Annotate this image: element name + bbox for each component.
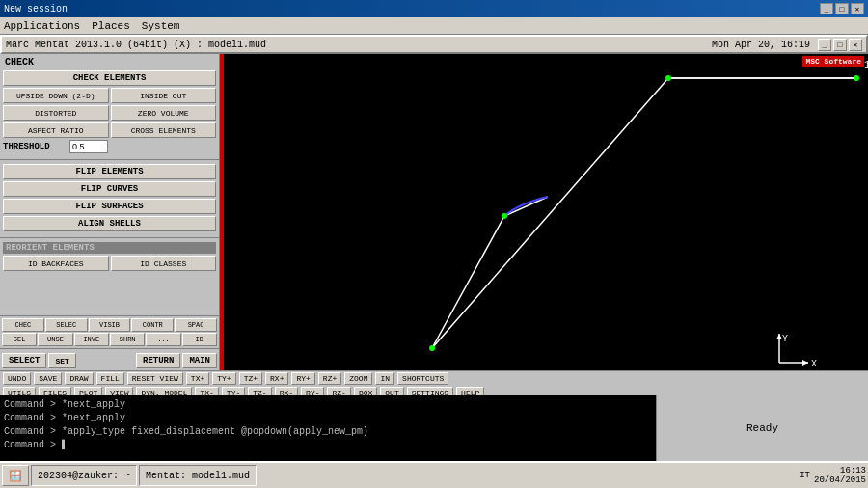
status-text: Ready <box>746 422 778 434</box>
id-classes-btn[interactable]: ID CLASSES <box>111 256 217 271</box>
align-shells-btn[interactable]: ALIGN SHELLS <box>3 216 216 231</box>
cmd-line-3: Command > *apply_type fixed_displacement… <box>4 425 652 439</box>
tb-undo[interactable]: UNDO <box>3 372 31 385</box>
start-icon: 🪟 <box>9 470 22 482</box>
viewport[interactable]: MSC Software 1 Y <box>220 54 868 370</box>
check-section: CHECK CHECK ELEMENTS UPSIDE DOWN (2-D) I… <box>0 54 219 157</box>
threshold-input[interactable] <box>69 140 108 153</box>
tool-id[interactable]: ID <box>182 333 217 346</box>
menu-places[interactable]: Places <box>92 20 130 32</box>
window-title: New session <box>4 4 68 14</box>
title-bar: New session _ □ ✕ <box>0 0 868 17</box>
reorient-header: REORIENT ELEMENTS <box>3 242 216 254</box>
taskbar: 🪟 202304@zauker: ~ Mentat: model1.mud IT… <box>0 461 868 488</box>
reorient-section: REORIENT ELEMENTS ID BACKFACES ID CLASSE… <box>0 240 219 275</box>
start-button[interactable]: 🪟 <box>2 465 29 486</box>
taskbar-lang: IT <box>800 471 810 480</box>
tb-rz-plus[interactable]: RZ+ <box>318 372 341 385</box>
minimize-btn[interactable]: _ <box>820 3 833 14</box>
maximize-btn[interactable]: □ <box>835 3 849 14</box>
id-backfaces-btn[interactable]: ID BACKFACES <box>3 256 109 271</box>
tb-zoom[interactable]: ZOOM <box>344 372 372 385</box>
app-title: Marc Mentat 2013.1.0 (64bit) (X) : model… <box>6 40 266 50</box>
taskbar-mentat[interactable]: Mentat: model1.mud <box>139 465 257 486</box>
cmd-line-1: Command > *next_apply <box>4 398 652 412</box>
tb-reset-view[interactable]: RESET VIEW <box>127 372 183 385</box>
status-panel: Ready <box>656 395 868 461</box>
close-btn[interactable]: ✕ <box>851 3 864 14</box>
app-minimize-btn[interactable]: _ <box>818 39 831 51</box>
taskbar-terminal[interactable]: 202304@zauker: ~ <box>31 465 137 486</box>
tb-draw[interactable]: DRAW <box>65 372 93 385</box>
select-return-row: SELECT SET RETURN MAIN <box>0 351 219 370</box>
upside-down-btn[interactable]: UPSIDE DOWN (2-D) <box>3 88 109 103</box>
taskbar-right: IT 16:13 20/04/2015 <box>800 466 866 485</box>
tool-dots[interactable]: ... <box>146 333 180 346</box>
app-title-bar: Marc Mentat 2013.1.0 (64bit) (X) : model… <box>0 35 868 54</box>
point-bottom <box>429 345 435 351</box>
tool-inve[interactable]: INVE <box>74 333 109 346</box>
command-area: Command > *next_apply Command > *next_ap… <box>0 395 868 461</box>
left-bottom: CHEC SELEC VISIB CONTR SPAC SEL UNSE INV… <box>0 313 219 370</box>
polyline-bottom <box>432 197 548 348</box>
axis-indicator: Y X <box>776 334 817 369</box>
tb-ry-plus[interactable]: RY+ <box>291 372 314 385</box>
tool-chec[interactable]: CHEC <box>2 318 44 332</box>
toolbar-row-1: UNDO SAVE DRAW FILL RESET VIEW TX+ TY+ T… <box>0 371 868 386</box>
tb-tx-plus[interactable]: TX+ <box>186 372 209 385</box>
distorted-btn[interactable]: DISTORTED <box>3 105 109 121</box>
tb-ty-plus[interactable]: TY+ <box>212 372 235 385</box>
flip-surfaces-btn[interactable]: FLIP SURFACES <box>3 199 216 214</box>
tb-shortcuts[interactable]: SHORTCUTS <box>397 372 448 385</box>
menu-bar: Applications Places System <box>0 17 868 35</box>
inside-out-btn[interactable]: INSIDE OUT <box>111 88 217 103</box>
window-controls: _ □ ✕ <box>820 3 864 14</box>
app-window-controls: _ □ ✕ <box>818 39 862 51</box>
y-axis-label: Y <box>782 334 788 344</box>
tb-in[interactable]: IN <box>375 372 394 385</box>
tool-sel[interactable]: SEL <box>2 333 37 346</box>
tb-rx-plus[interactable]: RX+ <box>265 372 288 385</box>
page-num-text: 1 <box>864 60 868 70</box>
bottom-toolbar: UNDO SAVE DRAW FILL RESET VIEW TX+ TY+ T… <box>0 370 868 395</box>
x-axis-label: X <box>811 359 817 369</box>
app-close-btn[interactable]: ✕ <box>849 39 862 51</box>
cmd-line-4: Command > ▌ <box>4 439 652 452</box>
clock-time: 16:13 <box>814 466 866 475</box>
cmd-line-2: Command > *next_apply <box>4 412 652 425</box>
tool-unse[interactable]: UNSE <box>38 333 72 346</box>
svg-marker-4 <box>802 360 808 366</box>
app-datetime: Mon Apr 20, 16:19 <box>712 40 810 50</box>
point-top-right <box>854 75 859 81</box>
tool-row-1: CHEC SELEC VISIB CONTR SPAC <box>0 318 219 332</box>
content-area: CHECK CHECK ELEMENTS UPSIDE DOWN (2-D) I… <box>0 54 868 370</box>
tool-visib[interactable]: VISIB <box>89 318 131 332</box>
check-label: CHECK <box>3 56 216 68</box>
check-elements-btn[interactable]: CHECK ELEMENTS <box>3 70 216 86</box>
cross-elements-btn[interactable]: CROSS ELEMENTS <box>111 122 217 138</box>
tool-contr[interactable]: CONTR <box>131 318 174 332</box>
tool-spac[interactable]: SPAC <box>175 318 217 332</box>
menu-applications[interactable]: Applications <box>4 20 80 32</box>
aspect-ratio-btn[interactable]: ASPECT RATIO <box>3 122 109 138</box>
left-panel: CHECK CHECK ELEMENTS UPSIDE DOWN (2-D) I… <box>0 54 220 370</box>
app-maximize-btn[interactable]: □ <box>833 39 847 51</box>
flip-elements-btn[interactable]: FLIP ELEMENTS <box>3 164 216 179</box>
select-btn[interactable]: SELECT <box>2 353 46 368</box>
flip-section: FLIP ELEMENTS FLIP CURVES FLIP SURFACES … <box>0 162 219 235</box>
clock-date: 20/04/2015 <box>814 475 866 485</box>
main-btn[interactable]: MAIN <box>182 353 217 368</box>
tool-shrn[interactable]: SHRN <box>110 333 145 346</box>
set-btn[interactable]: SET <box>48 353 75 368</box>
menu-system[interactable]: System <box>142 20 180 32</box>
command-log: Command > *next_apply Command > *next_ap… <box>0 395 656 461</box>
msc-logo: MSC Software <box>802 56 864 67</box>
tb-tz-plus[interactable]: TZ+ <box>239 372 262 385</box>
tb-fill[interactable]: FILL <box>96 372 124 385</box>
return-btn[interactable]: RETURN <box>136 353 180 368</box>
flip-curves-btn[interactable]: FLIP CURVES <box>3 181 216 197</box>
point-top-left <box>665 75 671 81</box>
tb-save[interactable]: SAVE <box>34 372 62 385</box>
tool-selec[interactable]: SELEC <box>45 318 88 332</box>
zero-volume-btn[interactable]: ZERO VOLUME <box>111 105 217 121</box>
